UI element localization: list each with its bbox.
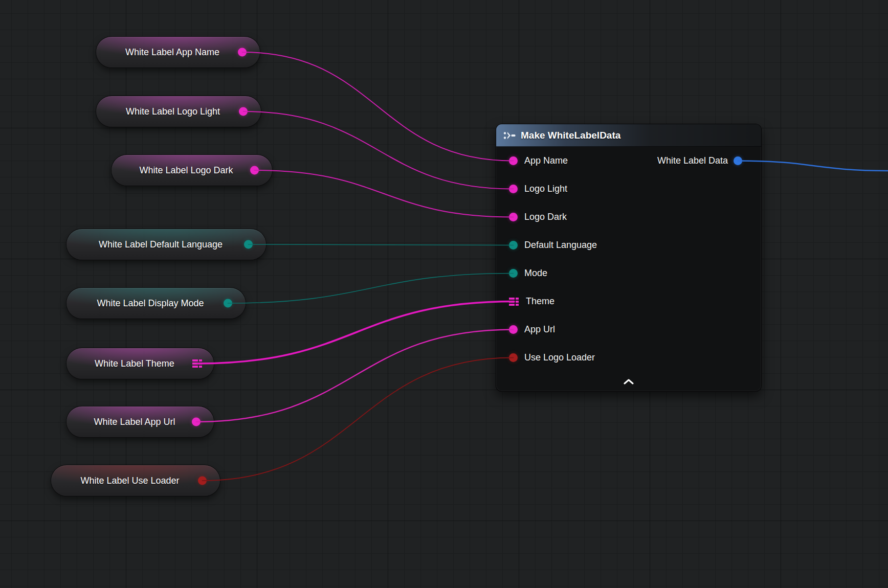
pin-row: App Name White Label Data bbox=[496, 147, 761, 175]
pin-label: App Name bbox=[524, 155, 568, 166]
blueprint-graph-canvas[interactable]: White Label App Name White Label Logo Li… bbox=[0, 0, 888, 588]
wire-getter-logo-dark[interactable] bbox=[255, 170, 514, 217]
map-output-pin[interactable] bbox=[192, 359, 203, 368]
getter-node-white-label-logo-dark[interactable]: White Label Logo Dark bbox=[112, 155, 272, 186]
wire-getter-display-mode[interactable] bbox=[228, 274, 514, 304]
make-node-header[interactable]: Make WhiteLabelData bbox=[496, 124, 761, 147]
string-output-pin[interactable] bbox=[192, 418, 201, 426]
pin-label: Mode bbox=[524, 268, 547, 279]
pin-row: Logo Dark bbox=[496, 203, 761, 231]
pin-label: Logo Light bbox=[524, 184, 567, 194]
make-node-body: App Name White Label Data Logo Light Log… bbox=[496, 147, 761, 372]
getter-node-white-label-app-name[interactable]: White Label App Name bbox=[96, 37, 260, 67]
string-input-pin[interactable] bbox=[509, 156, 518, 165]
getter-node-white-label-display-mode[interactable]: White Label Display Mode bbox=[66, 288, 246, 319]
string-output-pin[interactable] bbox=[239, 107, 248, 116]
wire-getter-app-name[interactable] bbox=[242, 52, 514, 161]
make-node[interactable]: Make WhiteLabelData App Name White Label… bbox=[496, 124, 761, 391]
enum-output-pin[interactable] bbox=[224, 299, 232, 308]
bool-input-pin[interactable] bbox=[509, 353, 518, 362]
output-pin-label: White Label Data bbox=[657, 155, 728, 166]
getter-node-white-label-use-loader[interactable]: White Label Use Loader bbox=[51, 465, 220, 496]
wire-getter-use-loader[interactable] bbox=[203, 358, 514, 481]
pin-label: Default Language bbox=[524, 240, 597, 251]
wire-getter-theme[interactable] bbox=[197, 302, 514, 364]
enum-output-pin[interactable] bbox=[244, 240, 253, 249]
pin-row: Theme bbox=[496, 287, 761, 315]
pin-row: Use Logo Loader bbox=[496, 344, 761, 372]
getter-node-white-label-app-url[interactable]: White Label App Url bbox=[66, 406, 214, 437]
string-output-pin[interactable] bbox=[238, 48, 247, 57]
collapse-pins-button[interactable] bbox=[496, 372, 761, 391]
enum-input-pin[interactable] bbox=[509, 269, 518, 278]
bool-output-pin[interactable] bbox=[198, 477, 207, 485]
pin-row: Mode bbox=[496, 259, 761, 287]
pin-label: Theme bbox=[526, 296, 554, 307]
string-input-pin[interactable] bbox=[509, 325, 518, 334]
enum-input-pin[interactable] bbox=[509, 241, 518, 250]
getter-node-white-label-theme[interactable]: White Label Theme bbox=[66, 348, 214, 379]
chevron-up-icon bbox=[624, 379, 634, 385]
getter-node-white-label-default-language[interactable]: White Label Default Language bbox=[66, 229, 266, 260]
pin-label: Use Logo Loader bbox=[524, 352, 595, 363]
wire-getter-logo-light[interactable] bbox=[243, 111, 514, 189]
pin-label: App Url bbox=[524, 324, 555, 335]
pin-label: Logo Dark bbox=[524, 212, 567, 222]
make-node-title: Make WhiteLabelData bbox=[521, 130, 620, 141]
pin-row: Logo Light bbox=[496, 175, 761, 203]
wire-getter-default-language[interactable] bbox=[249, 244, 514, 245]
getter-node-white-label-logo-light[interactable]: White Label Logo Light bbox=[96, 96, 261, 127]
node-title: White Label Theme bbox=[66, 358, 214, 369]
node-title: White Label Use Loader bbox=[51, 476, 220, 486]
make-struct-icon bbox=[503, 131, 516, 140]
node-title: White Label Default Language bbox=[66, 239, 266, 250]
struct-output-pin[interactable] bbox=[734, 156, 742, 165]
string-input-pin[interactable] bbox=[509, 213, 518, 221]
node-title: White Label Logo Dark bbox=[112, 165, 272, 176]
map-input-pin[interactable] bbox=[509, 298, 519, 306]
string-input-pin[interactable] bbox=[509, 185, 518, 193]
pin-row: Default Language bbox=[496, 231, 761, 259]
node-title: White Label Display Mode bbox=[66, 298, 246, 309]
node-title: White Label App Name bbox=[96, 47, 260, 58]
wire-getter-app-url[interactable] bbox=[196, 330, 514, 422]
string-output-pin[interactable] bbox=[250, 166, 259, 175]
node-title: White Label Logo Light bbox=[96, 106, 261, 117]
pin-row: App Url bbox=[496, 315, 761, 344]
